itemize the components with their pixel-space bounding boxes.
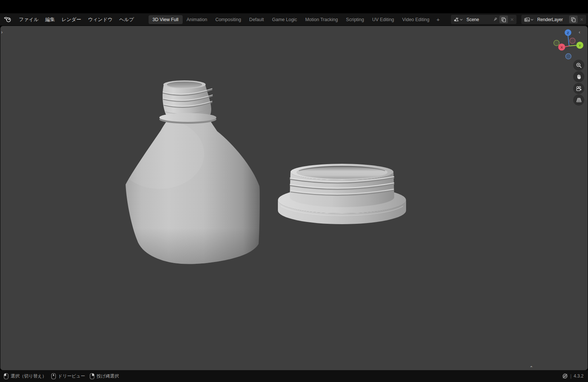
scene-selector: Scene ✕ xyxy=(451,15,516,24)
camera-view-button[interactable] xyxy=(573,83,584,94)
scene-icon xyxy=(454,17,459,22)
remove-view-layer-button[interactable]: ✕ xyxy=(578,17,586,22)
menu-file[interactable]: ファイル xyxy=(16,14,42,25)
menu-render[interactable]: レンダー xyxy=(58,14,84,25)
workspace-tab-video-editing[interactable]: Video Editing xyxy=(398,15,433,24)
navigation-gizmo[interactable]: Z Y X xyxy=(544,28,584,62)
gizmo-axis-neg-z[interactable] xyxy=(566,54,571,59)
toolbar-expand-arrow[interactable]: › xyxy=(1,30,3,34)
gizmo-axis-z[interactable]: Z xyxy=(565,29,571,36)
pan-button[interactable] xyxy=(573,71,584,82)
keymap-hint-label: ドリービュー xyxy=(58,373,85,379)
render-layers-icon xyxy=(524,17,530,22)
view-layer-selector: RenderLayer ✕ xyxy=(521,15,586,24)
keymap-hint-select: 選択（切り替え） xyxy=(4,373,47,379)
workspace-tabs: 3D View Full Animation Compositing Defau… xyxy=(149,15,443,24)
statusbar-right: | 4.3.2 xyxy=(562,373,588,379)
workspace-tab-default[interactable]: Default xyxy=(245,15,268,24)
viewport-canvas xyxy=(0,26,588,370)
menu-bar: ファイル 編集 レンダー ウィンドウ ヘルプ xyxy=(16,14,137,25)
workspace-tab-compositing[interactable]: Compositing xyxy=(211,15,245,24)
workspace-tab-motion-tracking[interactable]: Motion Tracking xyxy=(301,15,342,24)
view-layer-name[interactable]: RenderLayer xyxy=(535,17,568,22)
zoom-button[interactable] xyxy=(573,60,584,71)
menu-edit[interactable]: 編集 xyxy=(42,14,58,25)
zoom-icon xyxy=(576,62,582,69)
sidebar-expand-arrow[interactable]: ‹ xyxy=(579,30,580,34)
svg-text:Y: Y xyxy=(579,43,581,47)
gizmo-axis-y[interactable]: Y xyxy=(577,42,584,49)
gizmo-axis-neg-y[interactable] xyxy=(554,40,559,46)
add-workspace-button[interactable]: + xyxy=(433,16,443,23)
gizmo-axis-x[interactable]: X xyxy=(558,44,565,51)
keymap-hint-lasso: 投げ縄選択 xyxy=(90,373,119,379)
scene-browse-button[interactable] xyxy=(451,15,464,24)
bottle-model[interactable] xyxy=(115,80,263,269)
toggle-orthographic-button[interactable] xyxy=(573,94,584,106)
topbar-right: Scene ✕ xyxy=(451,15,588,24)
scene-name[interactable]: Scene xyxy=(464,17,492,22)
gizmo-axis-neg-x[interactable] xyxy=(570,38,575,44)
middle-mouse-icon xyxy=(51,373,56,379)
menu-help[interactable]: ヘルプ xyxy=(116,14,137,25)
workspace-tab-scripting[interactable]: Scripting xyxy=(342,15,368,24)
blender-menu-button[interactable] xyxy=(0,16,16,23)
blender-logo-icon xyxy=(4,16,12,23)
right-mouse-icon xyxy=(90,373,94,379)
new-view-layer-button[interactable] xyxy=(569,16,578,23)
hand-icon xyxy=(576,74,582,80)
svg-text:X: X xyxy=(561,45,563,49)
version-separator: | xyxy=(570,373,571,379)
left-mouse-icon xyxy=(4,373,9,379)
workspace-tab-animation[interactable]: Animation xyxy=(183,15,212,24)
workspace-tab-game-logic[interactable]: Game Logic xyxy=(268,15,301,24)
workspace-tab-3d-view-full[interactable]: 3D View Full xyxy=(149,15,183,24)
pin-icon xyxy=(493,17,498,22)
menu-window[interactable]: ウィンドウ xyxy=(84,14,116,25)
version-label: 4.3.2 xyxy=(574,373,584,379)
topbar: ファイル 編集 レンダー ウィンドウ ヘルプ 3D View Full Anim… xyxy=(0,13,588,26)
unlink-scene-button[interactable]: ✕ xyxy=(509,17,516,22)
view-layer-browse-button[interactable] xyxy=(521,15,535,24)
viewport-3d[interactable]: Z Y X xyxy=(0,26,588,370)
statusbar: 選択（切り替え） ドリービュー 投げ縄選択 | 4.3.2 xyxy=(0,370,588,382)
workspace-tab-uv-editing[interactable]: UV Editing xyxy=(368,15,398,24)
cap-model[interactable] xyxy=(278,164,406,224)
keymap-hint-label: 選択（切り替え） xyxy=(11,373,47,379)
duplicate-icon xyxy=(501,17,506,22)
duplicate-icon xyxy=(571,17,576,22)
keymap-hint-dolly: ドリービュー xyxy=(51,373,85,379)
pin-scene-button[interactable] xyxy=(492,17,499,22)
asset-shelf-expand-arrow[interactable]: ⌃ xyxy=(529,366,533,370)
keymap-hint-label: 投げ縄選択 xyxy=(97,373,119,379)
grid-icon xyxy=(576,97,582,103)
camera-icon xyxy=(575,86,582,92)
blender-window: { "colors": { "axis_x": "#e8566d", "axis… xyxy=(0,0,588,382)
offline-globe-icon xyxy=(562,373,568,379)
new-scene-button[interactable] xyxy=(499,16,508,23)
chevron-down-icon xyxy=(460,19,463,21)
chevron-down-icon xyxy=(531,19,534,21)
svg-text:Z: Z xyxy=(567,31,569,35)
